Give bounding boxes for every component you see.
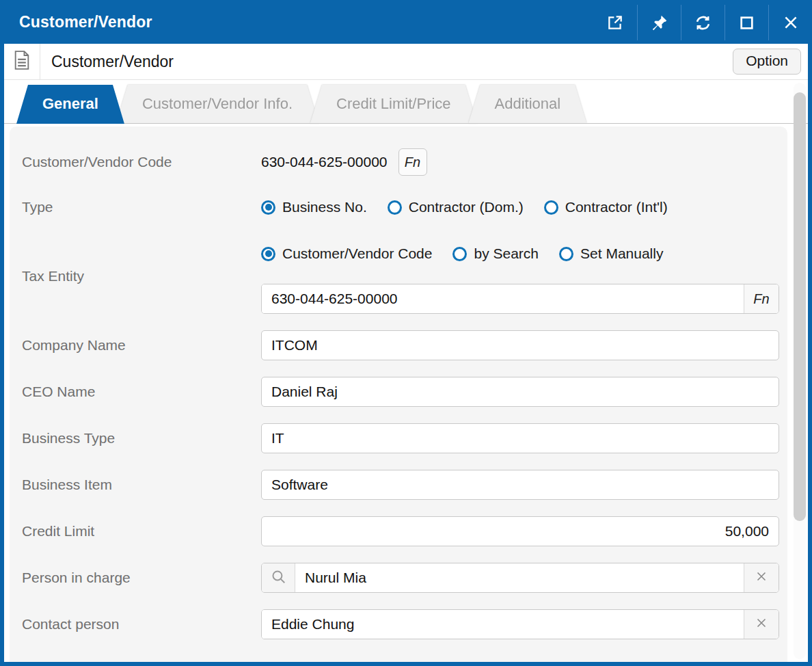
row-business-type: Business Type: [22, 423, 787, 453]
tab-additional[interactable]: Additional: [469, 85, 587, 123]
tab-bar: General Customer/Vendor Info. Credit Lim…: [4, 80, 808, 124]
option-button[interactable]: Option: [733, 49, 801, 75]
person-in-charge-input[interactable]: [295, 563, 744, 592]
tax-entity-input-group: Fn: [261, 284, 779, 314]
window-body: Customer/Vendor Option General Customer/…: [4, 44, 808, 662]
person-in-charge-search-button[interactable]: [262, 563, 295, 592]
tax-entity-label: Tax Entity: [22, 268, 261, 284]
clear-x-icon: [754, 569, 769, 587]
row-customer-vendor-code: Customer/Vendor Code 630-044-625-00000 F…: [22, 148, 787, 176]
page-header: Customer/Vendor Option: [4, 44, 808, 80]
document-icon-cell: [4, 44, 40, 79]
contact-person-input-group: [261, 609, 779, 639]
credit-limit-input[interactable]: [261, 516, 779, 546]
customer-vendor-code-value: 630-044-625-00000: [261, 154, 388, 170]
business-type-label: Business Type: [22, 430, 261, 447]
type-radio-contractor-dom[interactable]: Contractor (Dom.): [388, 199, 524, 215]
close-icon: [782, 14, 800, 31]
tax-entity-radio-by-search[interactable]: by Search: [452, 245, 539, 262]
open-new-window-icon: [606, 14, 624, 31]
window-title: Customer/Vendor: [0, 13, 152, 31]
customer-vendor-code-label: Customer/Vendor Code: [22, 154, 261, 170]
clear-x-icon: [754, 615, 769, 633]
close-button[interactable]: [768, 5, 812, 40]
general-form-panel: Customer/Vendor Code 630-044-625-00000 F…: [10, 126, 787, 662]
row-company-name: Company Name: [22, 330, 787, 360]
maximize-button[interactable]: [725, 5, 768, 40]
contact-person-label: Contact person: [22, 616, 261, 632]
row-type: Type Business No. Contractor (Dom.): [22, 192, 787, 222]
tax-entity-input[interactable]: [262, 284, 744, 313]
tax-entity-fn-button[interactable]: Fn: [744, 284, 779, 313]
person-in-charge-clear-button[interactable]: [744, 563, 779, 592]
radio-unselected-icon: [452, 247, 467, 261]
radio-unselected-icon: [544, 200, 558, 215]
radio-selected-icon: [261, 247, 275, 261]
person-in-charge-label: Person in charge: [22, 570, 261, 586]
search-icon: [270, 568, 287, 588]
row-tax-entity: Tax Entity Customer/Vendor Code by S: [22, 239, 787, 314]
tax-entity-radio-set-manually[interactable]: Set Manually: [559, 245, 663, 262]
row-person-in-charge: Person in charge: [22, 563, 787, 593]
business-item-label: Business Item: [22, 477, 261, 493]
page-title: Customer/Vendor: [51, 53, 174, 71]
type-radio-contractor-intl[interactable]: Contractor (Int'l): [544, 199, 668, 215]
company-name-input[interactable]: [261, 330, 779, 360]
business-item-input[interactable]: [261, 470, 779, 500]
type-radio-group: Business No. Contractor (Dom.) Contracto…: [261, 192, 668, 222]
type-label: Type: [22, 199, 261, 215]
type-radio-business-no[interactable]: Business No.: [261, 199, 367, 215]
radio-unselected-icon: [388, 200, 402, 215]
document-icon: [14, 51, 30, 72]
radio-unselected-icon: [559, 247, 573, 261]
window-titlebar: Customer/Vendor: [0, 0, 812, 44]
business-type-input[interactable]: [261, 423, 779, 453]
row-contact-person: Contact person: [22, 609, 787, 639]
customer-vendor-window: Customer/Vendor: [0, 0, 812, 666]
maximize-icon: [738, 14, 755, 31]
tax-entity-radio-customer-vendor-code[interactable]: Customer/Vendor Code: [261, 245, 432, 262]
tab-customer-vendor-info[interactable]: Customer/Vendor Info.: [116, 85, 319, 123]
contact-person-clear-button[interactable]: [744, 610, 779, 639]
row-business-item: Business Item: [22, 470, 787, 500]
pin-button[interactable]: [637, 5, 681, 40]
person-in-charge-input-group: [261, 563, 779, 593]
open-new-window-button[interactable]: [593, 5, 637, 40]
refresh-button[interactable]: [681, 5, 725, 40]
ceo-name-label: CEO Name: [22, 384, 261, 400]
radio-selected-icon: [261, 200, 275, 215]
company-name-label: Company Name: [22, 337, 261, 354]
pin-icon: [651, 14, 668, 31]
row-credit-limit: Credit Limit: [22, 516, 787, 546]
titlebar-buttons: [593, 5, 812, 40]
tab-general[interactable]: General: [16, 85, 124, 124]
tab-credit-limit-price[interactable]: Credit Limit/Price: [310, 85, 476, 123]
vertical-scrollbar-thumb[interactable]: [794, 92, 806, 521]
credit-limit-label: Credit Limit: [22, 523, 261, 540]
row-ceo-name: CEO Name: [22, 377, 787, 407]
contact-person-input[interactable]: [262, 610, 744, 639]
ceo-name-input[interactable]: [261, 377, 779, 407]
customer-vendor-code-fn-button[interactable]: Fn: [398, 148, 427, 176]
refresh-icon: [694, 14, 712, 32]
tax-entity-radio-group: Customer/Vendor Code by Search Set Manua…: [261, 239, 779, 269]
vertical-scrollbar-track[interactable]: [794, 83, 806, 659]
